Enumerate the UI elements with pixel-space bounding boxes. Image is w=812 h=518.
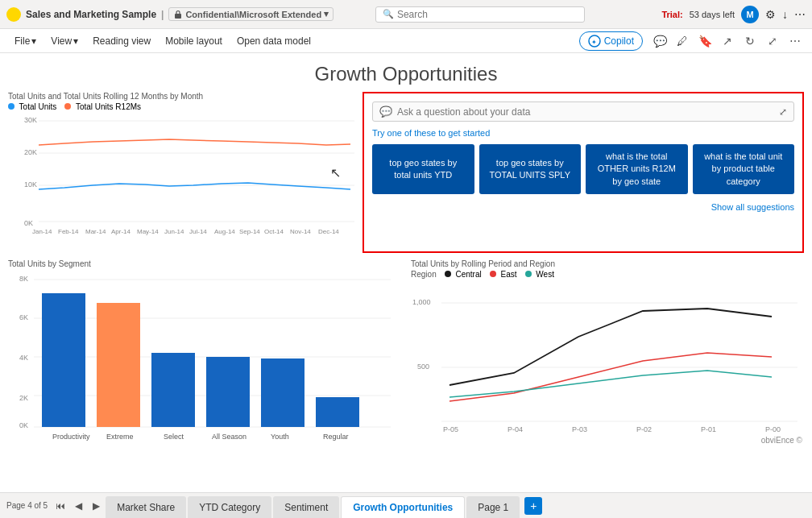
rolling-chart-title: Total Units by Rolling Period and Region bbox=[411, 259, 806, 268]
bar-chart-panel: Total Units by Segment 8K 6K 4K 2K 0K Pr… bbox=[8, 259, 403, 441]
svg-text:2K: 2K bbox=[19, 394, 28, 402]
confidential-badge: Confidential\Microsoft Extended ▾ bbox=[168, 7, 334, 21]
report-title-area: Sales and Marketing Sample | Confidentia… bbox=[6, 7, 334, 22]
svg-text:Dec-14: Dec-14 bbox=[318, 228, 339, 235]
svg-text:10K: 10K bbox=[24, 180, 37, 189]
legend-east: East bbox=[490, 270, 517, 279]
top-bar-right: Trial: 53 days left M ⚙ ↓ ⋯ bbox=[661, 6, 806, 23]
download-icon[interactable]: ↓ bbox=[782, 8, 788, 21]
bookmark-icon[interactable]: 🔖 bbox=[696, 32, 714, 50]
qa-suggestion-0[interactable]: top geo states by total units YTD bbox=[372, 144, 474, 194]
qa-suggestions: top geo states by total units YTD top ge… bbox=[372, 144, 794, 194]
svg-text:P-02: P-02 bbox=[636, 425, 652, 433]
svg-text:Sep-14: Sep-14 bbox=[239, 228, 260, 235]
menu-file[interactable]: File ▾ bbox=[8, 32, 43, 50]
search-box[interactable]: 🔍 bbox=[375, 6, 585, 23]
trial-days: 53 days left bbox=[690, 10, 735, 19]
settings-icon[interactable]: ⚙ bbox=[765, 8, 776, 21]
obvience-label: obviEnce © bbox=[411, 436, 806, 445]
qa-expand-icon[interactable]: ⤢ bbox=[779, 106, 787, 118]
tab-growth-opportunities[interactable]: Growth Opportunities bbox=[341, 496, 465, 519]
svg-text:P-04: P-04 bbox=[508, 425, 523, 433]
svg-text:500: 500 bbox=[417, 363, 429, 371]
comment-icon[interactable]: 🖊 bbox=[673, 32, 691, 50]
menu-reading-view[interactable]: Reading view bbox=[86, 32, 157, 50]
svg-text:Feb-14: Feb-14 bbox=[58, 228, 79, 235]
qa-input[interactable] bbox=[397, 106, 774, 118]
svg-text:Select: Select bbox=[164, 433, 184, 441]
search-icon: 🔍 bbox=[383, 9, 394, 19]
svg-text:Mar-14: Mar-14 bbox=[85, 228, 106, 235]
tab-nav-prev-prev[interactable]: ⏮ bbox=[52, 498, 68, 514]
tab-nav-next[interactable]: ▶ bbox=[88, 498, 104, 514]
qa-suggestion-2[interactable]: what is the total OTHER units R12M by ge… bbox=[586, 144, 688, 194]
separator: | bbox=[161, 9, 164, 20]
qa-input-row[interactable]: 💬 ⤢ bbox=[372, 102, 794, 122]
svg-text:P-00: P-00 bbox=[765, 425, 781, 433]
legend-total-units: Total Units bbox=[8, 102, 56, 111]
show-all-suggestions[interactable]: Show all suggestions bbox=[372, 201, 794, 212]
menu-open-data-model[interactable]: Open data model bbox=[230, 32, 317, 50]
svg-text:P-01: P-01 bbox=[701, 425, 716, 433]
copilot-button[interactable]: ✦ Copilot bbox=[579, 31, 643, 51]
chevron-down-icon[interactable]: ▾ bbox=[324, 9, 329, 19]
menu-view[interactable]: View ▾ bbox=[44, 32, 85, 50]
svg-text:Productivity: Productivity bbox=[52, 433, 90, 441]
bottom-tab-bar: Page 4 of 5 ⏮ ◀ ▶ Market Share YTD Categ… bbox=[0, 492, 812, 518]
svg-text:1,000: 1,000 bbox=[412, 298, 431, 306]
chevron-down-icon: ▾ bbox=[31, 35, 36, 47]
fullscreen-icon[interactable]: ⤢ bbox=[764, 32, 781, 50]
svg-text:Jul-14: Jul-14 bbox=[189, 228, 207, 235]
svg-text:✦: ✦ bbox=[591, 39, 597, 46]
menu-bar: File ▾ View ▾ Reading view Mobile layout… bbox=[0, 29, 812, 53]
line-chart-svg: 30K 20K 10K 0K Jan-14 Feb-14 Mar-14 Apr-… bbox=[8, 113, 354, 238]
more-icon[interactable]: ⋯ bbox=[794, 8, 806, 21]
svg-rect-38 bbox=[151, 353, 195, 427]
svg-rect-36 bbox=[97, 303, 140, 427]
qa-suggestion-1[interactable]: top geo states by TOTAL UNITS SPLY bbox=[479, 144, 582, 194]
legend-west: West bbox=[525, 270, 554, 279]
refresh-icon[interactable]: ↻ bbox=[741, 32, 759, 50]
qa-panel: 💬 ⤢ Try one of these to get started top … bbox=[362, 92, 804, 253]
share-icon[interactable]: ↗ bbox=[719, 32, 736, 50]
qa-suggestion-3[interactable]: what is the total unit by product table … bbox=[693, 144, 795, 194]
tab-ytd-category[interactable]: YTD Category bbox=[188, 496, 271, 519]
rolling-chart-panel: Total Units by Rolling Period and Region… bbox=[411, 259, 806, 441]
region-label: Region bbox=[411, 270, 437, 279]
rolling-chart-legend: Region Central East West bbox=[411, 270, 806, 279]
svg-text:Jan-14: Jan-14 bbox=[32, 228, 52, 235]
page-indicator: Page 4 of 5 bbox=[6, 501, 48, 510]
main-content: Growth Opportunities Total Units and Tot… bbox=[0, 53, 812, 492]
app-logo bbox=[6, 7, 21, 22]
svg-text:↖: ↖ bbox=[330, 166, 341, 180]
menu-icons: 💬 🖊 🔖 ↗ ↻ ⤢ ⋯ bbox=[651, 32, 804, 50]
charts-row-2: Total Units by Segment 8K 6K 4K 2K 0K Pr… bbox=[0, 259, 812, 445]
svg-text:Apr-14: Apr-14 bbox=[111, 228, 131, 235]
svg-text:Extreme: Extreme bbox=[106, 433, 134, 441]
tab-sentiment[interactable]: Sentiment bbox=[273, 496, 339, 519]
svg-text:Aug-14: Aug-14 bbox=[214, 228, 235, 235]
add-tab-button[interactable]: + bbox=[524, 497, 542, 515]
chevron-down-icon: ▾ bbox=[73, 35, 78, 47]
svg-text:Oct-14: Oct-14 bbox=[264, 228, 284, 235]
menu-mobile-layout[interactable]: Mobile layout bbox=[159, 32, 229, 50]
svg-text:Youth: Youth bbox=[271, 433, 289, 441]
svg-text:All Season: All Season bbox=[212, 433, 246, 441]
lock-icon bbox=[173, 10, 183, 19]
qa-icon: 💬 bbox=[379, 106, 392, 118]
tab-page-1[interactable]: Page 1 bbox=[466, 496, 520, 519]
search-input[interactable] bbox=[397, 9, 578, 20]
tab-nav-prev[interactable]: ◀ bbox=[70, 498, 86, 514]
svg-rect-40 bbox=[206, 357, 250, 427]
svg-text:P-05: P-05 bbox=[443, 425, 458, 433]
more-options-icon[interactable]: ⋯ bbox=[786, 32, 804, 50]
svg-text:Nov-14: Nov-14 bbox=[290, 228, 311, 235]
legend-r12ms: Total Units R12Ms bbox=[64, 102, 141, 111]
user-avatar[interactable]: M bbox=[741, 6, 759, 23]
charts-row-1: Total Units and Total Units Rolling 12 M… bbox=[0, 92, 812, 253]
line-chart-legend: Total Units Total Units R12Ms bbox=[8, 102, 354, 111]
svg-text:Jun-14: Jun-14 bbox=[164, 228, 184, 235]
chat-icon[interactable]: 💬 bbox=[651, 32, 669, 50]
svg-text:30K: 30K bbox=[24, 116, 37, 124]
tab-market-share[interactable]: Market Share bbox=[106, 496, 186, 519]
